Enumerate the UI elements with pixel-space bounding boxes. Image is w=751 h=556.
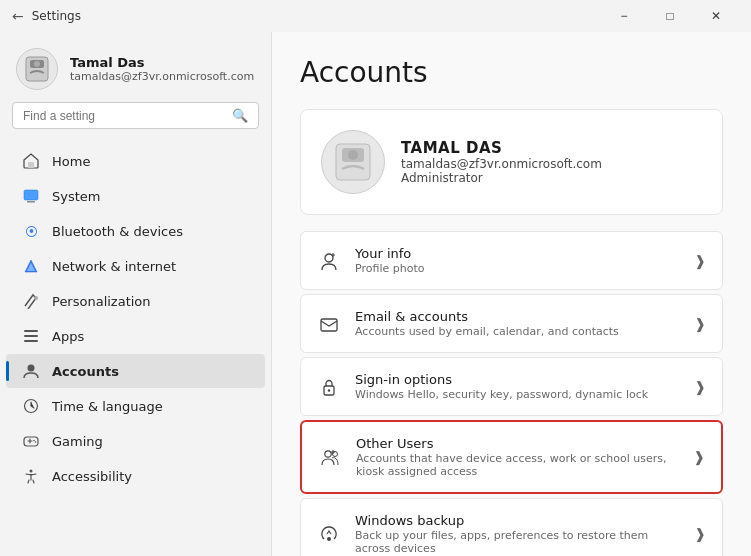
your-info-desc: Profile photo (355, 262, 680, 275)
sidebar-item-apps[interactable]: Apps (6, 319, 265, 353)
svg-rect-3 (28, 162, 34, 168)
svg-rect-10 (24, 330, 38, 332)
sidebar-item-personalization[interactable]: Personalization (6, 284, 265, 318)
sidebar-item-bluetooth[interactable]: ⦿ Bluetooth & devices (6, 214, 265, 248)
email-desc: Accounts used by email, calendar, and co… (355, 325, 680, 338)
backup-desc: Back up your files, apps, preferences to… (355, 529, 680, 555)
maximize-button[interactable]: □ (647, 0, 693, 32)
sidebar-nav: Home System ⦿ Bluetooth & devices Networ… (0, 141, 271, 556)
other-users-icon (318, 445, 342, 469)
titlebar-left: ← Settings (12, 8, 601, 24)
backup-label: Windows backup (355, 513, 680, 528)
email-text: Email & accounts Accounts used by email,… (355, 309, 680, 338)
personalization-icon (22, 292, 40, 310)
svg-point-16 (33, 440, 35, 442)
svg-point-28 (325, 451, 331, 457)
your-info-label: Your info (355, 246, 680, 261)
email-icon (317, 312, 341, 336)
svg-point-13 (28, 365, 35, 372)
sidebar-item-network-label: Network & internet (52, 259, 176, 274)
email-label: Email & accounts (355, 309, 680, 324)
main-content: Accounts TAMAL DAS tamaldas@zf3vr.onmicr… (272, 32, 751, 556)
settings-item-signin[interactable]: Sign-in options Windows Hello, security … (300, 357, 723, 416)
account-avatar (321, 130, 385, 194)
account-role: Administrator (401, 171, 602, 185)
minimize-button[interactable]: − (601, 0, 647, 32)
settings-item-your-info[interactable]: Your info Profile photo ❱ (300, 231, 723, 290)
svg-point-32 (327, 537, 331, 541)
other-users-desc: Accounts that have device access, work o… (356, 452, 679, 478)
app-container: Tamal Das tamaldas@zf3vr.onmicrosoft.com… (0, 32, 751, 556)
signin-icon (317, 375, 341, 399)
sidebar-item-home[interactable]: Home (6, 144, 265, 178)
apps-icon (22, 327, 40, 345)
svg-point-9 (34, 296, 38, 300)
settings-item-other-users[interactable]: Other Users Accounts that have device ac… (300, 420, 723, 494)
profile-info: Tamal Das tamaldas@zf3vr.onmicrosoft.com (70, 55, 254, 83)
titlebar-controls: − □ ✕ (601, 0, 739, 32)
sidebar: Tamal Das tamaldas@zf3vr.onmicrosoft.com… (0, 32, 272, 556)
sidebar-profile[interactable]: Tamal Das tamaldas@zf3vr.onmicrosoft.com (0, 32, 271, 102)
backup-icon (317, 522, 341, 546)
settings-item-backup[interactable]: Windows backup Back up your files, apps,… (300, 498, 723, 556)
titlebar: ← Settings − □ ✕ (0, 0, 751, 32)
svg-point-2 (34, 61, 40, 67)
sidebar-item-home-label: Home (52, 154, 90, 169)
search-box[interactable]: 🔍 (12, 102, 259, 129)
search-icon: 🔍 (232, 108, 248, 123)
sidebar-item-gaming-label: Gaming (52, 434, 103, 449)
svg-rect-12 (24, 340, 38, 342)
network-icon (22, 257, 40, 275)
search-input[interactable] (23, 109, 224, 123)
your-info-icon (317, 249, 341, 273)
svg-rect-11 (24, 335, 38, 337)
gaming-icon (22, 432, 40, 450)
other-users-label: Other Users (356, 436, 679, 451)
signin-text: Sign-in options Windows Hello, security … (355, 372, 680, 401)
sidebar-item-system[interactable]: System (6, 179, 265, 213)
sidebar-item-accessibility[interactable]: Accessibility (6, 459, 265, 493)
sidebar-item-accounts-label: Accounts (52, 364, 119, 379)
signin-desc: Windows Hello, security key, password, d… (355, 388, 680, 401)
signin-label: Sign-in options (355, 372, 680, 387)
other-users-chevron: ❱ (693, 449, 705, 465)
settings-item-email[interactable]: Email & accounts Accounts used by email,… (300, 294, 723, 353)
email-chevron: ❱ (694, 316, 706, 332)
account-email: tamaldas@zf3vr.onmicrosoft.com (401, 157, 602, 171)
sidebar-item-time-label: Time & language (52, 399, 163, 414)
sidebar-item-bluetooth-label: Bluetooth & devices (52, 224, 183, 239)
svg-point-21 (348, 150, 358, 160)
svg-text:⦿: ⦿ (25, 224, 38, 239)
your-info-chevron: ❱ (694, 253, 706, 269)
svg-rect-25 (321, 319, 337, 331)
sidebar-item-accounts[interactable]: Accounts (6, 354, 265, 388)
sidebar-search: 🔍 (0, 102, 271, 141)
sidebar-item-personalization-label: Personalization (52, 294, 151, 309)
accessibility-icon (22, 467, 40, 485)
svg-rect-5 (27, 201, 35, 203)
sidebar-item-time[interactable]: Time & language (6, 389, 265, 423)
time-icon (22, 397, 40, 415)
system-icon (22, 187, 40, 205)
bluetooth-icon: ⦿ (22, 222, 40, 240)
settings-list: Your info Profile photo ❱ Email & accoun… (300, 231, 723, 556)
account-details: TAMAL DAS tamaldas@zf3vr.onmicrosoft.com… (401, 139, 602, 185)
back-icon[interactable]: ← (12, 8, 24, 24)
signin-chevron: ❱ (694, 379, 706, 395)
backup-chevron: ❱ (694, 526, 706, 542)
profile-email: tamaldas@zf3vr.onmicrosoft.com (70, 70, 254, 83)
svg-point-27 (328, 389, 330, 391)
accounts-icon (22, 362, 40, 380)
other-users-text: Other Users Accounts that have device ac… (356, 436, 679, 478)
svg-rect-4 (24, 190, 38, 200)
sidebar-item-apps-label: Apps (52, 329, 84, 344)
account-header: TAMAL DAS tamaldas@zf3vr.onmicrosoft.com… (300, 109, 723, 215)
svg-point-17 (35, 441, 37, 443)
close-button[interactable]: ✕ (693, 0, 739, 32)
your-info-text: Your info Profile photo (355, 246, 680, 275)
titlebar-title: Settings (32, 9, 81, 23)
svg-point-18 (30, 470, 33, 473)
sidebar-item-gaming[interactable]: Gaming (6, 424, 265, 458)
sidebar-item-network[interactable]: Network & internet (6, 249, 265, 283)
account-name: TAMAL DAS (401, 139, 602, 157)
